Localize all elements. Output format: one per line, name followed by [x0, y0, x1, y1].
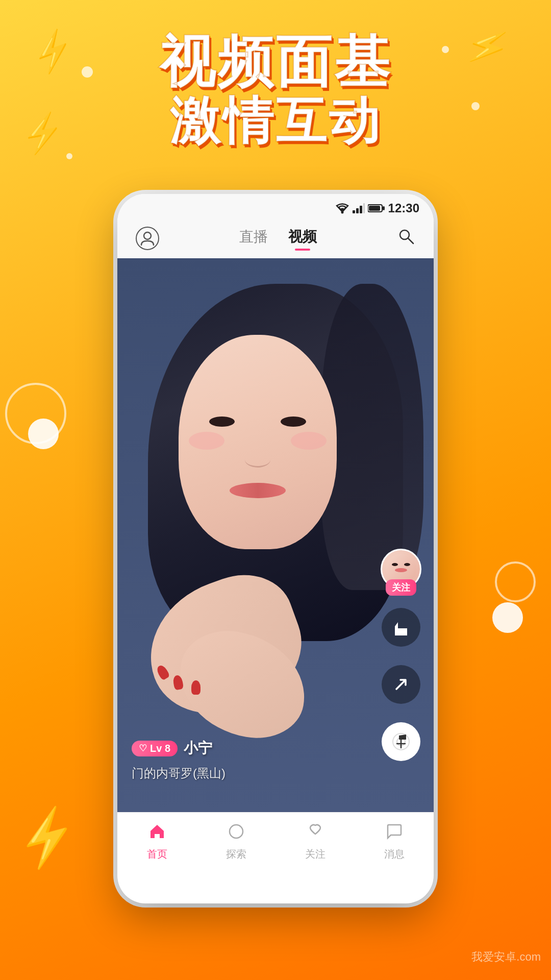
svg-rect-2 [356, 208, 359, 213]
svg-rect-11 [395, 626, 398, 635]
tab-live[interactable]: 直播 [239, 227, 268, 250]
bg-dot-5 [66, 153, 72, 159]
search-icon[interactable] [397, 227, 415, 250]
watermark: 我爱安卓.com [471, 949, 541, 965]
deco-circle-outline-right [495, 561, 536, 602]
deco-circle-right [492, 602, 523, 633]
nail-3 [191, 680, 201, 695]
tab-video[interactable]: 视频 [288, 227, 317, 250]
nav-item-home[interactable]: 首页 [147, 823, 167, 861]
home-icon [148, 823, 166, 844]
video-user-info: ♡ Lv 8 小宁 门的内哥罗(黑山) [132, 739, 226, 781]
signal-icon [353, 203, 365, 213]
nav-item-messages[interactable]: 消息 [384, 823, 405, 861]
status-time: 12:30 [388, 201, 419, 215]
battery-icon [368, 204, 385, 213]
svg-point-16 [230, 825, 243, 838]
nav-label-messages: 消息 [384, 847, 405, 861]
deco-circle-left [28, 419, 59, 449]
avatar-follow-btn[interactable]: 关注 [381, 549, 421, 590]
username-text: 小宁 [184, 739, 212, 758]
wifi-icon [335, 203, 349, 214]
messages-icon [386, 823, 403, 844]
blush-right [291, 432, 327, 450]
lightning-bottom-left: ⚡ [9, 800, 86, 875]
svg-point-8 [144, 232, 151, 239]
status-bar: 12:30 [117, 194, 434, 218]
svg-rect-1 [353, 210, 355, 213]
eye-left [209, 416, 235, 427]
level-text: Lv 8 [150, 743, 170, 754]
video-area[interactable]: ♡ Lv 8 小宁 门的内哥罗(黑山) 关注 [117, 258, 434, 812]
phone-mockup: 12:30 直播 视频 [117, 194, 434, 903]
eye-right [281, 416, 306, 427]
user-profile-icon[interactable] [136, 227, 159, 250]
svg-line-10 [408, 238, 413, 243]
follow-icon [307, 823, 324, 844]
action-buttons: 关注 [381, 549, 421, 761]
level-badge: ♡ Lv 8 [132, 741, 178, 756]
svg-rect-7 [383, 206, 385, 210]
add-music-button[interactable] [382, 722, 420, 761]
status-icons: 12:30 [335, 201, 419, 215]
nav-label-follow: 关注 [305, 847, 325, 861]
like-button[interactable] [382, 608, 420, 647]
nav-item-follow[interactable]: 关注 [305, 823, 325, 861]
face [179, 335, 337, 549]
svg-rect-4 [363, 203, 365, 213]
user-description: 门的内哥罗(黑山) [132, 765, 226, 781]
nav-label-home: 首页 [147, 847, 167, 861]
nav-label-explore: 探索 [226, 847, 246, 861]
follow-badge[interactable]: 关注 [386, 579, 416, 596]
nav-item-explore[interactable]: 探索 [226, 823, 246, 861]
bottom-nav: 首页 探索 关注 [117, 812, 434, 870]
nose [245, 452, 270, 468]
user-badge-row: ♡ Lv 8 小宁 [132, 739, 226, 758]
svg-point-0 [341, 211, 343, 214]
hero-title-line2: 激情互动 [0, 92, 551, 149]
svg-rect-6 [369, 206, 380, 211]
nav-tabs: 直播 视频 [239, 227, 317, 250]
blush-left [189, 432, 224, 450]
nav-bar: 直播 视频 [117, 218, 434, 258]
lightning-mid-left: ⚡ [17, 109, 68, 158]
share-button[interactable] [382, 665, 420, 704]
heart-icon: ♡ [139, 743, 147, 754]
svg-rect-3 [360, 206, 362, 213]
hair-right [321, 284, 423, 590]
lips [230, 483, 286, 498]
explore-icon [228, 823, 245, 844]
